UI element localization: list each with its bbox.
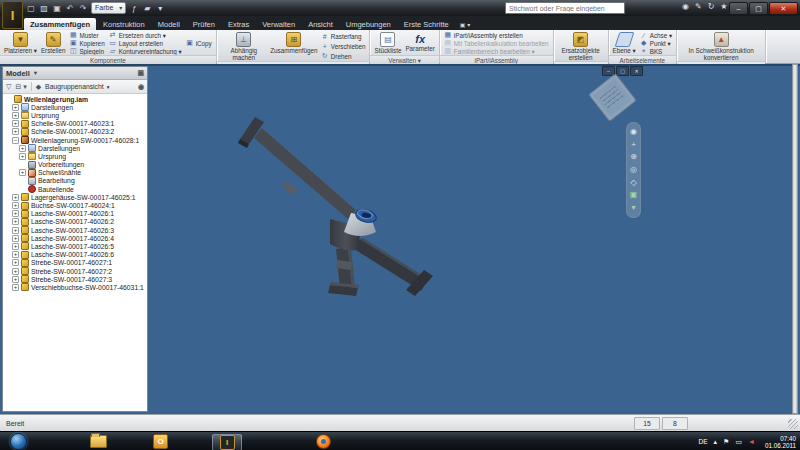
collapse-all-icon[interactable]: ⊟ ▾ (15, 83, 26, 91)
network-icon[interactable]: ▭ (735, 438, 742, 446)
tree-item-schelle-sw-00017-46023-2[interactable]: +Schelle-SW-00017-46023:2 (3, 128, 147, 136)
pen-icon[interactable]: ✎ (695, 2, 702, 11)
ribbon-button-erstellen[interactable]: ✎Erstellen (39, 31, 68, 55)
ribbon-button-konturvereinfachung[interactable]: ▱Konturvereinfachung ▾ (109, 47, 182, 55)
ribbon-button-abhängig-machen[interactable]: ⊥Abhängig machen (219, 31, 269, 61)
tree-item-strebe-sw-00017-46027-2[interactable]: +Strebe-SW-00017-46027:2 (3, 267, 147, 275)
expand-icon[interactable]: + (12, 251, 19, 258)
find-icon[interactable]: ◉ (138, 83, 144, 91)
expand-icon[interactable]: + (12, 104, 19, 111)
tree-item-lasche-sw-00017-46026-2[interactable]: +Lasche-SW-00017-46026:2 (3, 218, 147, 226)
expand-icon[interactable]: + (12, 235, 19, 242)
tree-item-ursprung[interactable]: +Ursprung (3, 152, 147, 160)
redo-icon[interactable]: ↷ (78, 4, 88, 13)
expand-icon[interactable]: + (12, 112, 19, 119)
language-indicator[interactable]: DE (699, 438, 708, 445)
ribbon-button-ebene[interactable]: Ebene ▾ (611, 31, 638, 55)
expand-icon[interactable]: + (12, 128, 19, 135)
expand-icon[interactable]: + (12, 202, 19, 209)
taskbar-clock[interactable]: 07:4001.06.2011 (765, 435, 796, 449)
search-icon[interactable]: ◉ (682, 2, 689, 11)
expand-icon[interactable]: + (12, 243, 19, 250)
tree-item-lasche-sw-00017-46026-6[interactable]: +Lasche-SW-00017-46026:6 (3, 251, 147, 259)
help-search-input[interactable] (505, 2, 625, 14)
tab-modell[interactable]: Modell (152, 18, 186, 30)
volume-icon[interactable]: ◄ (748, 438, 755, 445)
outlook-taskbar-icon[interactable]: O (153, 434, 168, 449)
expand-icon[interactable]: + (19, 169, 26, 176)
tree-item-bearbeitung[interactable]: Bearbeitung (3, 177, 147, 185)
tree-item-lasche-sw-00017-46026-4[interactable]: +Lasche-SW-00017-46026:4 (3, 234, 147, 242)
ribbon-button-ersatzobjekte-erstellen[interactable]: ◩Ersatzobjekte erstellen (556, 31, 606, 61)
tree-item-schweißnähte[interactable]: +Schweißnähte (3, 169, 147, 177)
close-button[interactable]: ✕ (769, 2, 798, 15)
expand-icon[interactable]: + (12, 284, 19, 291)
tree-item-lasche-sw-00017-46026-3[interactable]: +Lasche-SW-00017-46026:3 (3, 226, 147, 234)
color-combo[interactable]: Farbe▾ (91, 2, 126, 14)
inventor-taskbar-icon[interactable]: I (212, 434, 242, 450)
tab-konstruktion[interactable]: Konstruktion (97, 18, 151, 30)
tree-item-ursprung[interactable]: +Ursprung (3, 111, 147, 119)
tree-item-lasche-sw-00017-46026-1[interactable]: +Lasche-SW-00017-46026:1 (3, 210, 147, 218)
qat-dropdown-icon[interactable]: ▾ (155, 4, 165, 13)
expand-icon[interactable]: + (12, 227, 19, 234)
tree-item-darstellungen[interactable]: +Darstellungen (3, 144, 147, 152)
tab-zusammenfügen[interactable]: Zusammenfügen (24, 18, 96, 30)
collapse-icon[interactable]: − (12, 137, 19, 144)
expand-icon[interactable]: + (12, 276, 19, 283)
viewport-scrollbar[interactable] (792, 64, 798, 414)
resize-grip[interactable] (788, 419, 798, 429)
tab-umgebungen[interactable]: Umgebungen (340, 18, 397, 30)
ribbon-button-parameter[interactable]: fxParameter (403, 31, 436, 55)
open-icon[interactable]: ▨ (39, 4, 49, 13)
material-icon[interactable]: ▰ (142, 4, 152, 13)
filter-icon[interactable]: ▽ (6, 83, 11, 91)
ribbon-button-stückliste[interactable]: ▤Stückliste (372, 31, 403, 55)
ribbon-button-layout-erstellen[interactable]: ▭Layout erstellen (109, 39, 182, 47)
ribbon-button-muster[interactable]: ▦Muster (69, 31, 104, 39)
ribbon-button-punkt[interactable]: ◆Punkt ▾ (640, 39, 672, 47)
ribbon-display-options-icon[interactable]: ▣ ▾ (460, 21, 470, 30)
ribbon-button-rasterfang[interactable]: #Rasterfang (321, 32, 366, 40)
tree-item-darstellungen[interactable]: +Darstellungen (3, 103, 147, 111)
expand-icon[interactable]: + (12, 210, 19, 217)
pin-icon[interactable]: ▣ (137, 69, 144, 77)
tree-item-lagergehäuse-sw-00017-46025-1[interactable]: +Lagergehäuse-SW-00017-46025:1 (3, 193, 147, 201)
tree-item-wellenlagerung-sw-00017-46028-1[interactable]: −Wellenlagerung-SW-00017-46028:1 (3, 136, 147, 144)
ribbon-button-in-schweißkonstruktion-konvertieren[interactable]: ▲In Schweißkonstruktion konvertieren (679, 31, 763, 61)
flag-icon[interactable]: ⚑ (723, 438, 729, 446)
maximize-button[interactable]: ▢ (749, 2, 768, 15)
expand-icon[interactable]: + (19, 153, 26, 160)
expand-icon[interactable]: + (12, 120, 19, 127)
tree-item-wellenlagerung-iam[interactable]: Wellenlagerung.iam (3, 95, 147, 103)
ribbon-button-bks[interactable]: ⌖BKS (640, 47, 672, 55)
ribbon-button-spiegeln[interactable]: ◫Spiegeln (69, 47, 104, 55)
tree-item-verschiebbuchse-sw-00017-46031-1[interactable]: +Verschiebbuchse-SW-00017-46031:1 (3, 283, 147, 291)
parameter-qat-icon[interactable]: ƒ (129, 4, 139, 13)
expand-icon[interactable]: + (12, 268, 19, 275)
tray-arrow-icon[interactable]: ▴ (714, 438, 718, 446)
tree-item-bauteilende[interactable]: Bauteilende (3, 185, 147, 193)
ribbon-button-platzieren[interactable]: ▼Platzieren ▾ (2, 31, 39, 55)
expand-icon[interactable]: + (19, 145, 26, 152)
tree-item-vorbereitungen[interactable]: Vorbereitungen (3, 161, 147, 169)
tree-item-buchse-sw-00017-46024-1[interactable]: +Buchse-SW-00017-46024:1 (3, 201, 147, 209)
ribbon-button-icopy[interactable]: ▣iCopy (186, 39, 212, 47)
expand-icon[interactable]: + (12, 218, 19, 225)
tree-item-schelle-sw-00017-46023-1[interactable]: +Schelle-SW-00017-46023:1 (3, 120, 147, 128)
browser-panel-header[interactable]: Modell▼ ▣ (3, 67, 147, 80)
windows-start-button[interactable] (10, 434, 27, 449)
tree-item-strebe-sw-00017-46027-1[interactable]: +Strebe-SW-00017-46027:1 (3, 259, 147, 267)
ribbon-button-kopieren[interactable]: ▣Kopieren (69, 39, 104, 47)
ribbon-button-ipart-iassembly-erstellen[interactable]: ▦iPart/iAssembly erstellen (444, 31, 549, 39)
new-document-icon[interactable]: ▢ (26, 4, 36, 13)
ribbon-button-verschieben[interactable]: +Verschieben (321, 42, 366, 50)
undo-icon[interactable]: ↶ (65, 4, 75, 13)
tab-erste-schritte[interactable]: Erste Schritte (398, 18, 455, 30)
expand-icon[interactable]: + (12, 259, 19, 266)
tab-prüfen[interactable]: Prüfen (187, 18, 221, 30)
ribbon-button-ersetzen-durch[interactable]: ⇄Ersetzen durch ▾ (109, 31, 182, 39)
tree-item-lasche-sw-00017-46026-5[interactable]: +Lasche-SW-00017-46026:5 (3, 242, 147, 250)
view-mode-combo[interactable]: Baugruppenansicht▾ (45, 83, 109, 90)
ribbon-button-zusammenfügen[interactable]: ⊞Zusammenfügen (269, 31, 319, 61)
